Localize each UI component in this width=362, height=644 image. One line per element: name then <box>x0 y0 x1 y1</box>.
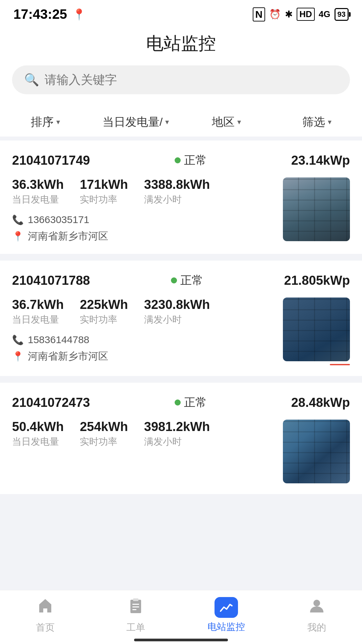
card-3-stats: 50.4kWh 当日发电量 254kWh 实时功率 3981.2kWh 满发小时 <box>12 420 276 451</box>
phone-icon-2: 📞 <box>12 334 24 345</box>
card-2-status: 正常 <box>171 273 203 288</box>
card-2-full-label: 满发小时 <box>144 313 210 326</box>
card-2-location: 📍 河南省新乡市河区 <box>12 350 276 363</box>
svg-rect-1 <box>133 598 138 601</box>
nav-profile-label: 我的 <box>307 621 326 634</box>
card-2-power: 21.805kWp <box>284 273 350 288</box>
search-bar[interactable]: 🔍 <box>12 65 350 94</box>
station-card-2[interactable]: 21041071788 正常 21.805kWp 36.7kWh 当日发电量 2… <box>0 261 362 376</box>
red-dash-decoration <box>330 364 350 365</box>
card-1-daily-value: 36.3kWh <box>12 177 64 192</box>
card-1-realtime-value: 171kWh <box>80 177 128 192</box>
card-1-status: 正常 <box>175 153 207 168</box>
card-1-full-hours: 3388.8kWh 满发小时 <box>144 177 210 206</box>
svg-rect-2 <box>132 604 139 605</box>
card-2-stats: 36.7kWh 当日发电量 225kWh 实时功率 3230.8kWh 满发小时… <box>12 298 276 363</box>
filter-daily-energy[interactable]: 当日发电量/ ▾ <box>90 114 181 130</box>
card-2-realtime-label: 实时功率 <box>80 313 128 326</box>
card-3-status: 正常 <box>175 395 207 410</box>
card-3-daily-label: 当日发电量 <box>12 435 64 448</box>
nav-workorder-label: 工单 <box>126 621 145 634</box>
nav-home-label: 首页 <box>36 621 55 634</box>
card-3-stats-row: 50.4kWh 当日发电量 254kWh 实时功率 3981.2kWh 满发小时 <box>12 420 276 448</box>
card-3-full-label: 满发小时 <box>144 435 210 448</box>
card-1-contact: 📞 13663035171 📍 河南省新乡市河区 <box>12 214 276 243</box>
card-2-daily-value: 36.7kWh <box>12 298 64 312</box>
card-3-realtime-power: 254kWh 实时功率 <box>80 420 128 448</box>
card-1-stats: 36.3kWh 当日发电量 171kWh 实时功率 3388.8kWh 满发小时… <box>12 177 276 243</box>
nav-item-workorder[interactable]: 工单 <box>90 597 181 634</box>
card-1-id: 21041071749 <box>12 153 90 168</box>
select-arrow-icon: ▾ <box>328 118 331 126</box>
filter-select[interactable]: 筛选 ▾ <box>272 114 362 130</box>
status-bar: 17:43:25 📍 N ⏰ ✱ HD 4G 93 <box>0 0 362 25</box>
card-2-location-text: 河南省新乡市河区 <box>28 350 108 363</box>
filter-sort[interactable]: 排序 ▾ <box>0 114 90 130</box>
battery-icon: 93 <box>335 8 349 21</box>
status-icons-group: N ⏰ ✱ HD 4G 93 <box>253 7 349 21</box>
person-icon <box>308 597 325 619</box>
hd-icon: HD <box>297 8 315 21</box>
card-2-phone: 📞 15836144788 <box>12 334 276 345</box>
card-1-phone-number: 13663035171 <box>28 214 89 225</box>
card-2-realtime-power: 225kWh 实时功率 <box>80 298 128 326</box>
filter-daily-label: 当日发电量/ <box>103 114 163 130</box>
filter-region[interactable]: 地区 ▾ <box>181 114 272 130</box>
card-2-status-text: 正常 <box>180 273 203 288</box>
card-2-realtime-value: 225kWh <box>80 298 128 312</box>
card-1-status-dot <box>175 157 181 163</box>
card-1-realtime-power: 171kWh 实时功率 <box>80 177 128 206</box>
bluetooth-icon: ✱ <box>285 9 293 20</box>
sort-arrow-icon: ▾ <box>56 118 60 126</box>
svg-rect-3 <box>132 606 139 607</box>
chart-icon <box>215 597 238 618</box>
card-2-image <box>283 298 350 361</box>
page-title: 电站监控 <box>0 32 362 55</box>
signal-icon: 4G <box>319 9 330 19</box>
svg-rect-4 <box>132 609 136 610</box>
search-container: 🔍 <box>0 65 362 108</box>
card-2-header: 21041071788 正常 21.805kWp <box>12 273 350 288</box>
card-1-body: 36.3kWh 当日发电量 171kWh 实时功率 3388.8kWh 满发小时… <box>12 177 350 243</box>
clipboard-icon <box>127 597 144 619</box>
card-1-status-text: 正常 <box>184 153 207 168</box>
card-2-decoration <box>330 364 350 365</box>
page-header: 电站监控 <box>0 25 362 65</box>
region-arrow-icon: ▾ <box>237 118 241 126</box>
search-input[interactable] <box>45 73 338 87</box>
alarm-icon: ⏰ <box>269 9 281 20</box>
card-1-daily-label: 当日发电量 <box>12 193 64 206</box>
card-3-realtime-label: 实时功率 <box>80 435 128 448</box>
nav-item-home[interactable]: 首页 <box>0 597 90 634</box>
station-cards-container: 21041071749 正常 23.14kWp 36.3kWh 当日发电量 17… <box>0 141 362 554</box>
nfc-icon: N <box>253 7 265 21</box>
card-1-stats-row: 36.3kWh 当日发电量 171kWh 实时功率 3388.8kWh 满发小时 <box>12 177 276 206</box>
filter-region-label: 地区 <box>212 114 235 130</box>
card-3-status-text: 正常 <box>184 395 207 410</box>
card-3-status-dot <box>175 399 181 406</box>
nav-item-monitor[interactable]: 电站监控 <box>181 597 272 634</box>
card-2-full-value: 3230.8kWh <box>144 298 210 312</box>
home-icon <box>37 597 54 619</box>
card-1-full-value: 3388.8kWh <box>144 177 210 192</box>
station-card-1[interactable]: 21041071749 正常 23.14kWp 36.3kWh 当日发电量 17… <box>0 141 362 254</box>
location-icon-1: 📍 <box>12 231 24 242</box>
card-2-daily-label: 当日发电量 <box>12 313 64 326</box>
gesture-bar <box>134 639 228 641</box>
station-card-3[interactable]: 21041072473 正常 28.48kWp 50.4kWh 当日发电量 25… <box>0 383 362 494</box>
card-1-full-label: 满发小时 <box>144 193 210 206</box>
card-2-body: 36.7kWh 当日发电量 225kWh 实时功率 3230.8kWh 满发小时… <box>12 298 350 365</box>
svg-point-5 <box>313 600 320 606</box>
bottom-nav: 首页 工单 电站监控 我的 <box>0 590 362 644</box>
card-3-realtime-value: 254kWh <box>80 420 128 434</box>
card-1-power: 23.14kWp <box>291 153 350 168</box>
card-2-stats-row: 36.7kWh 当日发电量 225kWh 实时功率 3230.8kWh 满发小时 <box>12 298 276 326</box>
card-2-contact: 📞 15836144788 📍 河南省新乡市河区 <box>12 334 276 363</box>
status-time: 17:43:25 <box>13 7 67 22</box>
nav-monitor-label: 电站监控 <box>207 621 245 633</box>
card-3-full-value: 3981.2kWh <box>144 420 210 434</box>
nav-item-profile[interactable]: 我的 <box>272 597 362 634</box>
card-3-power: 28.48kWp <box>291 395 350 410</box>
filter-sort-label: 排序 <box>31 114 54 130</box>
card-3-daily-energy: 50.4kWh 当日发电量 <box>12 420 64 448</box>
